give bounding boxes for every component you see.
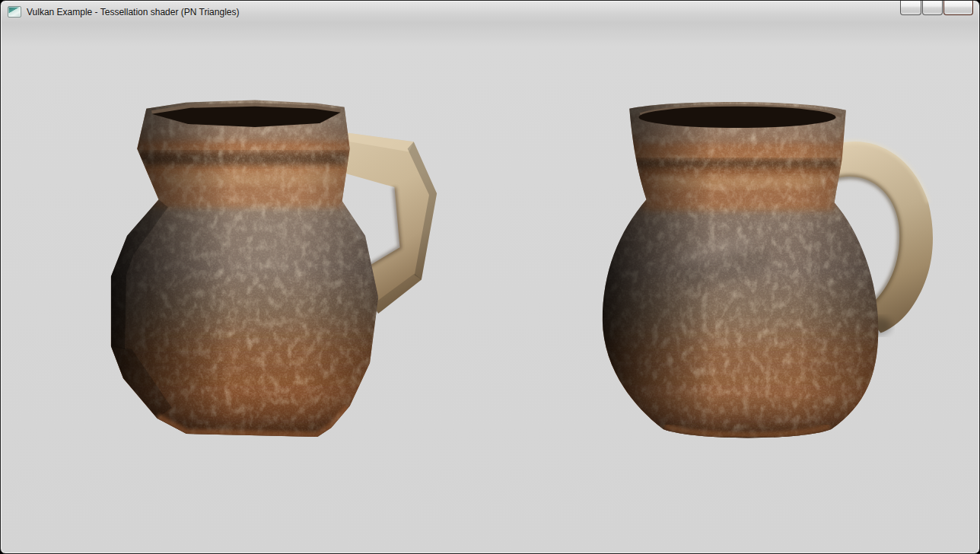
close-button[interactable] bbox=[943, 1, 973, 15]
vulkan-render-viewport[interactable] bbox=[1, 1, 979, 535]
maximize-button[interactable] bbox=[922, 1, 943, 15]
render-canvas bbox=[1, 1, 979, 532]
app-icon[interactable] bbox=[8, 6, 21, 18]
titlebar[interactable]: Vulkan Example - Tessellation shader (PN… bbox=[1, 1, 979, 23]
window-title: Vulkan Example - Tessellation shader (PN… bbox=[27, 6, 239, 18]
minimize-button[interactable] bbox=[900, 1, 921, 15]
caption-buttons bbox=[900, 1, 973, 15]
jug-low-poly bbox=[101, 100, 437, 441]
jug-tessellated bbox=[594, 100, 933, 479]
app-window: Vulkan Example - Tessellation shader (PN… bbox=[0, 0, 980, 554]
